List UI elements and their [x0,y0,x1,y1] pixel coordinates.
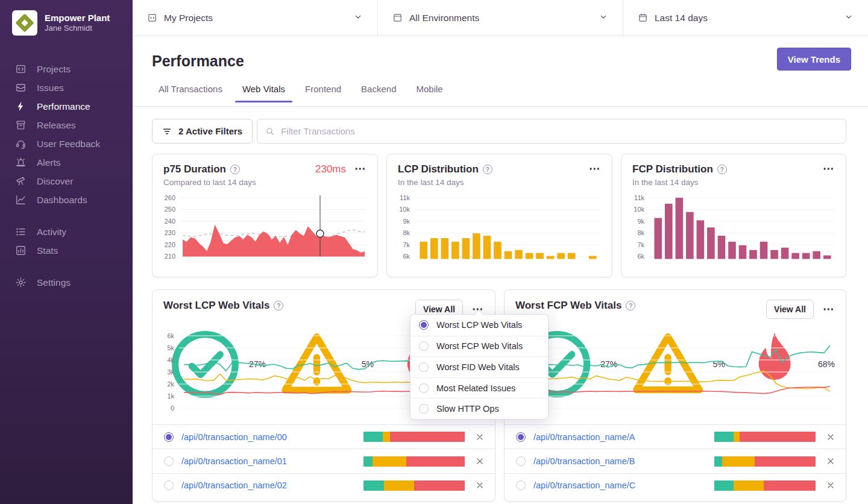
main-content: Performance View Trends All Transactions… [133,36,868,504]
menu-item-worst-fid-web-vitals[interactable]: Worst FID Web Vitals [410,356,548,377]
tab-all-transactions[interactable]: All Transactions [157,84,224,102]
dismiss-transaction[interactable] [826,432,835,442]
bar-segment [414,480,465,491]
card-title: FCP Distribution [632,163,713,175]
org-logo [12,10,37,36]
fcp-distribution-chart[interactable]: 11k10k9k8k7k6k [626,192,838,272]
help-icon[interactable]: ? [717,165,727,174]
transaction-radio[interactable] [516,432,526,442]
tab-bar: All TransactionsWeb VitalsFrontendBacken… [157,84,444,102]
svg-text:11k: 11k [400,194,410,201]
org-header[interactable]: Empower Plant Jane Schmidt [0,0,133,36]
transaction-link[interactable]: /api/0/transaction_name/B [533,456,635,466]
dismiss-transaction[interactable] [826,456,835,466]
tab-mobile[interactable]: Mobile [415,84,444,102]
p75-value: 230ms [315,163,346,175]
filter-dropdown-last-14-days[interactable]: Last 14 days [623,0,868,36]
dropdown-label: All Environments [409,13,479,24]
filter-dropdown-my-projects[interactable]: My Projects [133,0,378,36]
bar-segment [734,432,740,442]
card-lcp-distribution: LCP Distribution ? ⋯ In the last 14 days… [386,154,612,277]
sidebar-item-issues[interactable]: Issues [0,78,133,97]
transaction-link[interactable]: /api/0/transaction_name/C [533,480,635,490]
transaction-link[interactable]: /api/0/transaction_name/01 [181,456,287,466]
svg-text:260: 260 [165,194,175,201]
svg-text:250: 250 [165,206,175,213]
svg-text:6k: 6k [167,332,174,339]
ellipsis-menu-icon[interactable]: ⋯ [588,163,602,174]
transaction-radio[interactable] [164,432,174,442]
sidebar-item-releases[interactable]: Releases [0,116,133,134]
tab-backend[interactable]: Backend [360,84,397,102]
active-filters-button[interactable]: 2 Active Filters [152,119,253,143]
sidebar-item-user-feedback[interactable]: User Feedback [0,134,133,153]
lcp-distribution-chart[interactable]: 11k10k9k8k7k6k [392,192,604,272]
worst-fcp-chart[interactable]: 6k5k4k3k2k1k0 [511,330,835,421]
sidebar-item-projects[interactable]: Projects [0,60,133,78]
vitals-breakdown-bar [363,480,465,491]
sidebar-item-label: Settings [37,277,71,288]
sidebar-item-performance[interactable]: Performance [0,97,133,116]
sidebar-item-alerts[interactable]: Alerts [0,153,133,172]
menu-radio [419,383,429,393]
menu-item-most-related-issues[interactable]: Most Related Issues [410,377,548,398]
transaction-radio[interactable] [164,480,174,490]
sidebar-item-discover[interactable]: Discover [0,172,133,191]
menu-item-label: Slow HTTP Ops [436,404,499,414]
p75-duration-chart[interactable]: 260250240230220210 [157,192,370,272]
stats-icon [15,245,27,256]
sidebar-item-settings[interactable]: Settings [0,273,133,292]
dismiss-transaction[interactable] [475,480,485,490]
help-icon[interactable]: ? [274,301,283,310]
transaction-radio[interactable] [164,456,174,466]
dismiss-transaction[interactable] [826,480,835,490]
alerts-icon [15,157,27,168]
search-input[interactable] [281,126,838,136]
ellipsis-menu-icon[interactable]: ⋯ [353,163,368,174]
menu-item-slow-http-ops[interactable]: Slow HTTP Ops [410,398,548,419]
svg-text:220: 220 [165,241,175,248]
sidebar-item-stats[interactable]: Stats [0,241,133,260]
sidebar-item-dashboards[interactable]: Dashboards [0,191,133,209]
tab-web-vitals[interactable]: Web Vitals [241,84,286,102]
dropdown-label: Last 14 days [655,13,708,24]
ellipsis-menu-icon[interactable]: ⋯ [822,163,836,174]
project-icon [147,13,157,23]
transaction-radio[interactable] [516,456,526,466]
tab-frontend[interactable]: Frontend [304,84,342,102]
help-icon[interactable]: ? [230,165,240,174]
svg-text:5k: 5k [167,344,174,351]
card-title: Worst LCP Web Vitals [163,300,269,312]
transaction-link[interactable]: /api/0/transaction_name/A [533,432,635,442]
view-trends-button[interactable]: View Trends [777,48,851,71]
bar-segment [714,480,734,491]
svg-text:1k: 1k [167,392,174,400]
dismiss-transaction[interactable] [475,456,485,466]
bar-segment [406,456,465,467]
svg-text:4k: 4k [167,356,174,364]
vitals-select-menu: Worst LCP Web VitalsWorst FCP Web Vitals… [410,314,549,420]
transaction-link[interactable]: /api/0/transaction_name/00 [181,432,287,442]
help-icon[interactable]: ? [483,165,492,174]
discover-icon [15,175,27,187]
menu-item-worst-lcp-web-vitals[interactable]: Worst LCP Web Vitals [410,315,548,336]
sidebar-item-activity[interactable]: Activity [0,222,133,241]
window-icon [392,13,403,23]
filter-lines-icon [162,127,172,136]
close-icon [826,480,835,490]
chevron-down-icon [353,12,363,22]
menu-item-worst-fcp-web-vitals[interactable]: Worst FCP Web Vitals [410,336,548,357]
search-icon [265,127,275,136]
transaction-radio[interactable] [516,480,526,490]
chevron-down-icon [599,12,608,22]
ellipsis-menu-icon[interactable]: ⋯ [822,304,836,315]
filter-dropdown-all-environments[interactable]: All Environments [378,0,623,36]
help-icon[interactable]: ? [626,301,635,310]
view-all-button[interactable]: View All [766,300,814,319]
svg-text:2k: 2k [167,380,174,388]
dismiss-transaction[interactable] [475,432,485,442]
transaction-link[interactable]: /api/0/transaction_name/02 [181,480,287,490]
svg-text:3k: 3k [167,368,174,376]
sidebar-item-label: Releases [37,120,76,131]
card-subtitle: In the last 14 days [387,175,612,187]
